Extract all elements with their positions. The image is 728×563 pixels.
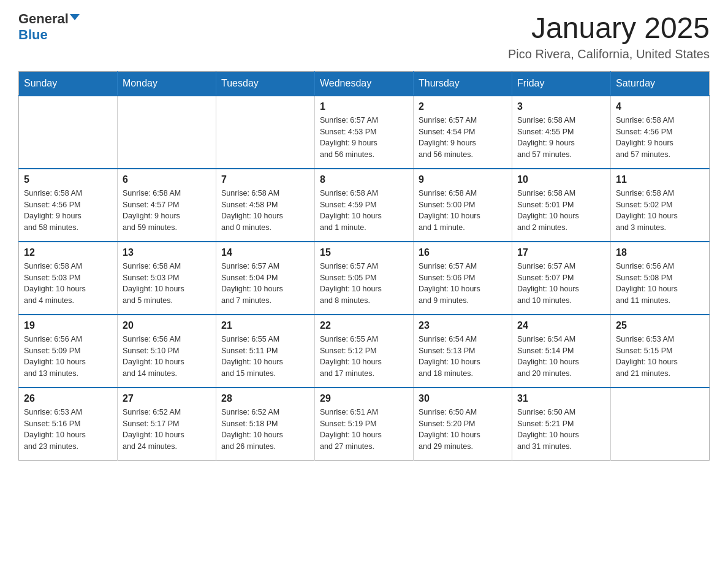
calendar-cell: 12Sunrise: 6:58 AM Sunset: 5:03 PM Dayli… <box>19 242 118 315</box>
day-info: Sunrise: 6:58 AM Sunset: 5:03 PM Dayligh… <box>24 261 112 307</box>
month-title: January 2025 <box>508 12 710 45</box>
day-info: Sunrise: 6:58 AM Sunset: 4:56 PM Dayligh… <box>616 115 704 161</box>
day-number: 13 <box>123 247 211 258</box>
day-number: 28 <box>221 393 309 404</box>
day-info: Sunrise: 6:58 AM Sunset: 5:03 PM Dayligh… <box>123 261 211 307</box>
logo-blue: Blue <box>18 27 48 43</box>
logo: General Blue <box>18 12 80 43</box>
day-info: Sunrise: 6:56 AM Sunset: 5:08 PM Dayligh… <box>616 261 704 307</box>
calendar-cell: 17Sunrise: 6:57 AM Sunset: 5:07 PM Dayli… <box>512 242 611 315</box>
weekday-header-saturday: Saturday <box>611 71 710 96</box>
weekday-header-wednesday: Wednesday <box>315 71 414 96</box>
day-info: Sunrise: 6:53 AM Sunset: 5:15 PM Dayligh… <box>616 334 704 380</box>
calendar-cell: 25Sunrise: 6:53 AM Sunset: 5:15 PM Dayli… <box>611 315 710 388</box>
day-number: 25 <box>616 320 704 331</box>
day-number: 17 <box>517 247 605 258</box>
calendar-cell: 10Sunrise: 6:58 AM Sunset: 5:01 PM Dayli… <box>512 169 611 242</box>
day-info: Sunrise: 6:58 AM Sunset: 4:57 PM Dayligh… <box>123 188 211 234</box>
day-number: 8 <box>320 174 408 185</box>
day-info: Sunrise: 6:53 AM Sunset: 5:16 PM Dayligh… <box>24 407 112 453</box>
day-number: 4 <box>616 101 704 112</box>
logo-general: General <box>18 12 69 26</box>
calendar-cell: 9Sunrise: 6:58 AM Sunset: 5:00 PM Daylig… <box>414 169 512 242</box>
day-number: 30 <box>419 393 507 404</box>
day-number: 20 <box>123 320 211 331</box>
calendar-cell: 14Sunrise: 6:57 AM Sunset: 5:04 PM Dayli… <box>216 242 315 315</box>
day-number: 18 <box>616 247 704 258</box>
calendar-cell: 6Sunrise: 6:58 AM Sunset: 4:57 PM Daylig… <box>118 169 216 242</box>
day-info: Sunrise: 6:58 AM Sunset: 5:00 PM Dayligh… <box>419 188 507 234</box>
calendar-week-row: 1Sunrise: 6:57 AM Sunset: 4:53 PM Daylig… <box>19 96 710 169</box>
calendar-cell: 13Sunrise: 6:58 AM Sunset: 5:03 PM Dayli… <box>118 242 216 315</box>
day-number: 14 <box>221 247 309 258</box>
day-info: Sunrise: 6:52 AM Sunset: 5:18 PM Dayligh… <box>221 407 309 453</box>
title-block: January 2025 Pico Rivera, California, Un… <box>508 12 710 61</box>
day-number: 5 <box>24 174 112 185</box>
calendar-cell: 19Sunrise: 6:56 AM Sunset: 5:09 PM Dayli… <box>19 315 118 388</box>
calendar-cell: 4Sunrise: 6:58 AM Sunset: 4:56 PM Daylig… <box>611 96 710 169</box>
calendar-cell: 3Sunrise: 6:58 AM Sunset: 4:55 PM Daylig… <box>512 96 611 169</box>
day-info: Sunrise: 6:50 AM Sunset: 5:20 PM Dayligh… <box>419 407 507 453</box>
location-title: Pico Rivera, California, United States <box>508 47 710 61</box>
calendar-cell: 1Sunrise: 6:57 AM Sunset: 4:53 PM Daylig… <box>315 96 414 169</box>
day-info: Sunrise: 6:58 AM Sunset: 4:59 PM Dayligh… <box>320 188 408 234</box>
calendar-cell: 26Sunrise: 6:53 AM Sunset: 5:16 PM Dayli… <box>19 388 118 461</box>
calendar-cell: 2Sunrise: 6:57 AM Sunset: 4:54 PM Daylig… <box>414 96 512 169</box>
calendar-table: SundayMondayTuesdayWednesdayThursdayFrid… <box>18 71 710 461</box>
calendar-cell <box>611 388 710 461</box>
day-info: Sunrise: 6:58 AM Sunset: 4:55 PM Dayligh… <box>517 115 605 161</box>
day-number: 6 <box>123 174 211 185</box>
calendar-cell <box>19 96 118 169</box>
day-number: 16 <box>419 247 507 258</box>
weekday-header-row: SundayMondayTuesdayWednesdayThursdayFrid… <box>19 71 710 96</box>
day-number: 9 <box>419 174 507 185</box>
calendar-cell: 24Sunrise: 6:54 AM Sunset: 5:14 PM Dayli… <box>512 315 611 388</box>
calendar-cell: 15Sunrise: 6:57 AM Sunset: 5:05 PM Dayli… <box>315 242 414 315</box>
calendar-cell: 30Sunrise: 6:50 AM Sunset: 5:20 PM Dayli… <box>414 388 512 461</box>
day-info: Sunrise: 6:58 AM Sunset: 5:01 PM Dayligh… <box>517 188 605 234</box>
calendar-cell: 23Sunrise: 6:54 AM Sunset: 5:13 PM Dayli… <box>414 315 512 388</box>
day-info: Sunrise: 6:57 AM Sunset: 4:54 PM Dayligh… <box>419 115 507 161</box>
day-number: 15 <box>320 247 408 258</box>
day-info: Sunrise: 6:58 AM Sunset: 4:56 PM Dayligh… <box>24 188 112 234</box>
weekday-header-tuesday: Tuesday <box>216 71 315 96</box>
page-header: General Blue January 2025 Pico Rivera, C… <box>18 12 710 61</box>
day-info: Sunrise: 6:57 AM Sunset: 5:06 PM Dayligh… <box>419 261 507 307</box>
day-info: Sunrise: 6:51 AM Sunset: 5:19 PM Dayligh… <box>320 407 408 453</box>
calendar-cell: 5Sunrise: 6:58 AM Sunset: 4:56 PM Daylig… <box>19 169 118 242</box>
day-number: 22 <box>320 320 408 331</box>
day-number: 21 <box>221 320 309 331</box>
weekday-header-sunday: Sunday <box>19 71 118 96</box>
calendar-cell: 18Sunrise: 6:56 AM Sunset: 5:08 PM Dayli… <box>611 242 710 315</box>
day-info: Sunrise: 6:55 AM Sunset: 5:12 PM Dayligh… <box>320 334 408 380</box>
calendar-cell <box>118 96 216 169</box>
calendar-cell <box>216 96 315 169</box>
day-number: 2 <box>419 101 507 112</box>
calendar-cell: 28Sunrise: 6:52 AM Sunset: 5:18 PM Dayli… <box>216 388 315 461</box>
day-number: 26 <box>24 393 112 404</box>
day-number: 24 <box>517 320 605 331</box>
calendar-cell: 31Sunrise: 6:50 AM Sunset: 5:21 PM Dayli… <box>512 388 611 461</box>
calendar-cell: 21Sunrise: 6:55 AM Sunset: 5:11 PM Dayli… <box>216 315 315 388</box>
day-info: Sunrise: 6:57 AM Sunset: 5:04 PM Dayligh… <box>221 261 309 307</box>
day-info: Sunrise: 6:57 AM Sunset: 4:53 PM Dayligh… <box>320 115 408 161</box>
calendar-header: SundayMondayTuesdayWednesdayThursdayFrid… <box>19 71 710 96</box>
calendar-body: 1Sunrise: 6:57 AM Sunset: 4:53 PM Daylig… <box>19 96 710 461</box>
day-number: 19 <box>24 320 112 331</box>
calendar-week-row: 5Sunrise: 6:58 AM Sunset: 4:56 PM Daylig… <box>19 169 710 242</box>
calendar-cell: 29Sunrise: 6:51 AM Sunset: 5:19 PM Dayli… <box>315 388 414 461</box>
calendar-cell: 20Sunrise: 6:56 AM Sunset: 5:10 PM Dayli… <box>118 315 216 388</box>
weekday-header-friday: Friday <box>512 71 611 96</box>
day-info: Sunrise: 6:55 AM Sunset: 5:11 PM Dayligh… <box>221 334 309 380</box>
day-number: 7 <box>221 174 309 185</box>
day-info: Sunrise: 6:56 AM Sunset: 5:10 PM Dayligh… <box>123 334 211 380</box>
calendar-cell: 27Sunrise: 6:52 AM Sunset: 5:17 PM Dayli… <box>118 388 216 461</box>
day-number: 29 <box>320 393 408 404</box>
day-info: Sunrise: 6:58 AM Sunset: 4:58 PM Dayligh… <box>221 188 309 234</box>
day-number: 23 <box>419 320 507 331</box>
day-info: Sunrise: 6:57 AM Sunset: 5:05 PM Dayligh… <box>320 261 408 307</box>
day-info: Sunrise: 6:57 AM Sunset: 5:07 PM Dayligh… <box>517 261 605 307</box>
day-number: 27 <box>123 393 211 404</box>
calendar-cell: 8Sunrise: 6:58 AM Sunset: 4:59 PM Daylig… <box>315 169 414 242</box>
day-info: Sunrise: 6:54 AM Sunset: 5:13 PM Dayligh… <box>419 334 507 380</box>
